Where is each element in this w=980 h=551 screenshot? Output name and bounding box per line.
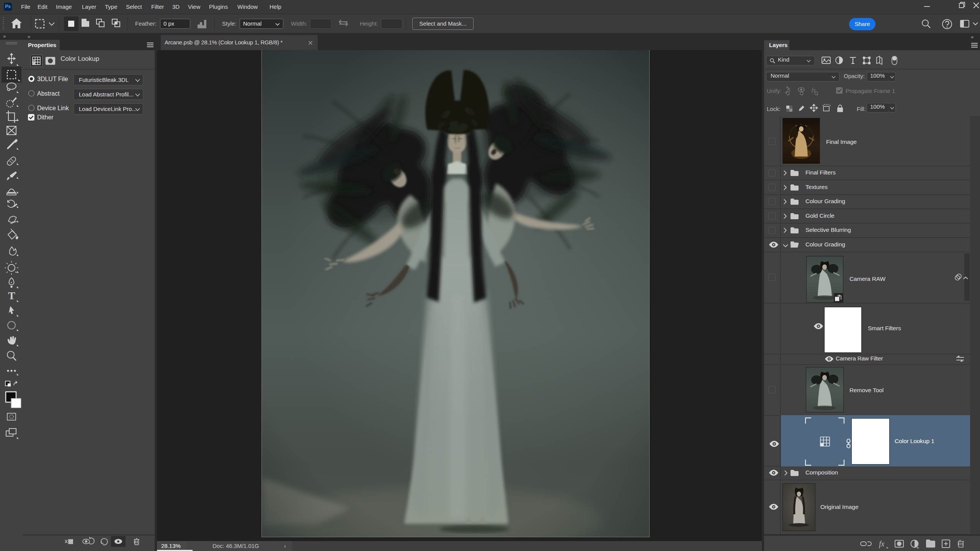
svg-text:T: T [8,290,15,302]
svg-text:fx: fx [879,540,885,548]
svg-text:»: » [3,33,6,39]
